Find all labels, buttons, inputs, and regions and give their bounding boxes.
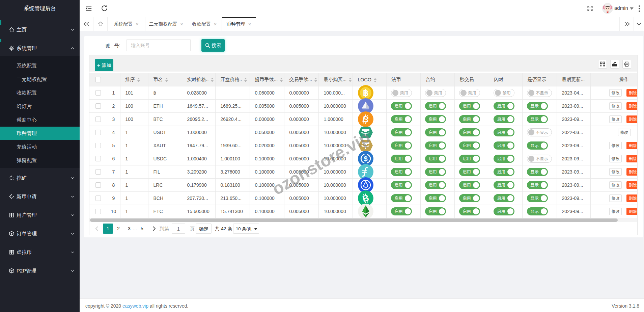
- svg-text:฿: ฿: [363, 88, 368, 98]
- svg-text:$: $: [364, 155, 367, 162]
